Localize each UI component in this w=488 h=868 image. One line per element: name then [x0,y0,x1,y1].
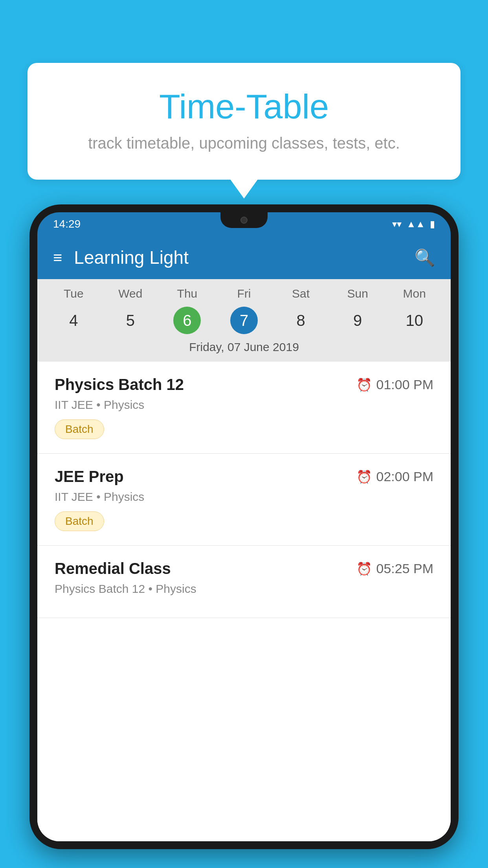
schedule-time-value-1: 01:00 PM [376,377,433,392]
day-number-fri: 7 [230,307,258,334]
day-name-tue: Tue [45,287,102,300]
schedule-meta-2: IIT JEE • Physics [55,490,433,504]
day-number-sun: 9 [344,307,371,334]
status-bar: 14:29 ▾▾ ▲▲ ▮ [37,212,451,236]
schedule-time-2: ⏰ 02:00 PM [356,469,433,484]
day-number-thu: 6 [173,307,201,334]
app-header: ≡ Learning Light 🔍 [37,236,451,279]
day-col-wed[interactable]: Wed 5 [102,287,159,334]
phone-mockup: 14:29 ▾▾ ▲▲ ▮ ≡ Learning Light 🔍 [29,204,459,868]
signal-icon: ▲▲ [406,219,425,230]
day-number-tue: 4 [60,307,87,334]
status-time: 14:29 [53,218,81,230]
hamburger-icon[interactable]: ≡ [53,250,62,265]
schedule-time-value-3: 05:25 PM [376,561,433,576]
schedule-name-1: Physics Batch 12 [55,376,184,394]
schedule-item-3[interactable]: Remedial Class ⏰ 05:25 PM Physics Batch … [37,546,451,618]
schedule-item-1[interactable]: Physics Batch 12 ⏰ 01:00 PM IIT JEE • Ph… [37,362,451,454]
schedule-item-top-3: Remedial Class ⏰ 05:25 PM [55,560,433,577]
schedule-time-3: ⏰ 05:25 PM [356,561,433,576]
day-number-mon: 10 [401,307,428,334]
wifi-icon: ▾▾ [392,219,402,230]
day-col-fri[interactable]: Fri 7 [216,287,273,334]
schedule-name-2: JEE Prep [55,468,124,485]
day-headers: Tue 4 Wed 5 Thu 6 Fri 7 [37,287,451,334]
app-header-title: Learning Light [74,247,403,268]
day-name-fri: Fri [216,287,273,300]
schedule-time-1: ⏰ 01:00 PM [356,377,433,392]
day-col-sun[interactable]: Sun 9 [329,287,386,334]
day-col-sat[interactable]: Sat 8 [272,287,329,334]
schedule-name-3: Remedial Class [55,560,171,577]
calendar-strip: Tue 4 Wed 5 Thu 6 Fri 7 [37,279,451,362]
phone-notch [220,212,268,228]
day-col-thu[interactable]: Thu 6 [159,287,216,334]
phone-frame: 14:29 ▾▾ ▲▲ ▮ ≡ Learning Light 🔍 [29,204,459,849]
day-name-mon: Mon [386,287,443,300]
schedule-item-2[interactable]: JEE Prep ⏰ 02:00 PM IIT JEE • Physics Ba… [37,454,451,546]
camera [240,217,248,224]
speech-bubble: Time-Table track timetable, upcoming cla… [28,63,460,180]
batch-badge-1: Batch [55,419,104,439]
clock-icon-3: ⏰ [356,561,372,576]
app-screen: ≡ Learning Light 🔍 Tue 4 Wed 5 [37,236,451,841]
battery-icon: ▮ [430,219,435,230]
day-name-wed: Wed [102,287,159,300]
schedule-list: Physics Batch 12 ⏰ 01:00 PM IIT JEE • Ph… [37,362,451,841]
schedule-time-value-2: 02:00 PM [376,469,433,484]
search-icon[interactable]: 🔍 [415,248,435,267]
page-background: Time-Table track timetable, upcoming cla… [0,0,488,868]
feature-title: Time-Table [59,86,429,127]
feature-subtitle: track timetable, upcoming classes, tests… [59,134,429,152]
day-name-sun: Sun [329,287,386,300]
day-number-wed: 5 [117,307,144,334]
day-name-sat: Sat [272,287,329,300]
speech-bubble-container: Time-Table track timetable, upcoming cla… [28,63,460,180]
day-col-tue[interactable]: Tue 4 [45,287,102,334]
schedule-meta-1: IIT JEE • Physics [55,398,433,412]
clock-icon-2: ⏰ [356,469,372,484]
batch-badge-2: Batch [55,511,104,531]
schedule-meta-3: Physics Batch 12 • Physics [55,582,433,596]
schedule-item-top-2: JEE Prep ⏰ 02:00 PM [55,468,433,485]
day-col-mon[interactable]: Mon 10 [386,287,443,334]
day-name-thu: Thu [159,287,216,300]
schedule-item-top-1: Physics Batch 12 ⏰ 01:00 PM [55,376,433,394]
day-number-sat: 8 [287,307,315,334]
selected-date-label: Friday, 07 June 2019 [37,334,451,358]
status-icons: ▾▾ ▲▲ ▮ [392,219,435,230]
clock-icon-1: ⏰ [356,377,372,392]
